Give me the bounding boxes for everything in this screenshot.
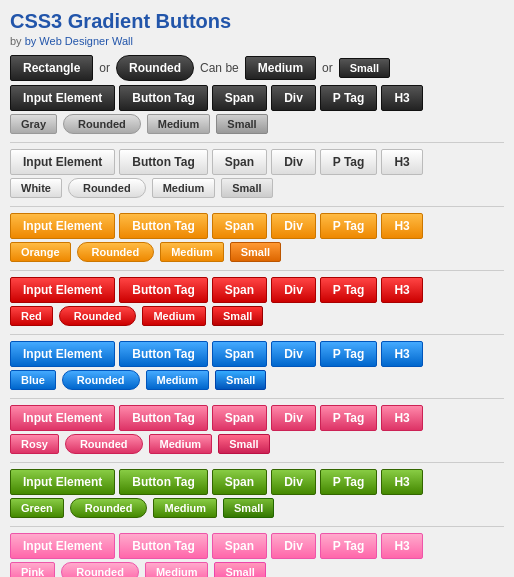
section-rosy: Input Element Button Tag Span Div P Tag … [10, 405, 504, 454]
white-button-tag[interactable]: Button Tag [119, 149, 207, 175]
rosy-medium-button[interactable]: Medium [149, 434, 213, 454]
black-h3[interactable]: H3 [381, 85, 422, 111]
rosy-h3[interactable]: H3 [381, 405, 422, 431]
white-label-button[interactable]: White [10, 178, 62, 198]
orange-span[interactable]: Span [212, 213, 267, 239]
rosy-button-tag[interactable]: Button Tag [119, 405, 207, 431]
pink-span[interactable]: Span [212, 533, 267, 559]
rosy-small-button[interactable]: Small [218, 434, 269, 454]
divider-5 [10, 398, 504, 399]
red-h3[interactable]: H3 [381, 277, 422, 303]
black-p-tag[interactable]: P Tag [320, 85, 378, 111]
red-rounded-button[interactable]: Rounded [59, 306, 137, 326]
rosy-label-button[interactable]: Rosy [10, 434, 59, 454]
orange-medium-button[interactable]: Medium [160, 242, 224, 262]
black-span[interactable]: Span [212, 85, 267, 111]
white-rounded-button[interactable]: Rounded [68, 178, 146, 198]
rosy-buttons-row: Input Element Button Tag Span Div P Tag … [10, 405, 504, 431]
orange-small-button[interactable]: Small [230, 242, 281, 262]
rosy-div[interactable]: Div [271, 405, 316, 431]
green-rounded-button[interactable]: Rounded [70, 498, 148, 518]
pink-small-button[interactable]: Small [214, 562, 265, 577]
orange-input-element[interactable]: Input Element [10, 213, 115, 239]
green-div[interactable]: Div [271, 469, 316, 495]
rosy-p-tag[interactable]: P Tag [320, 405, 378, 431]
blue-label-button[interactable]: Blue [10, 370, 56, 390]
blue-small-button[interactable]: Small [215, 370, 266, 390]
rounded-button-top[interactable]: Rounded [116, 55, 194, 81]
gray-medium-button[interactable]: Medium [147, 114, 211, 134]
green-buttons-row: Input Element Button Tag Span Div P Tag … [10, 469, 504, 495]
rosy-rounded-button[interactable]: Rounded [65, 434, 143, 454]
rosy-input-element[interactable]: Input Element [10, 405, 115, 431]
red-label-button[interactable]: Red [10, 306, 53, 326]
gray-rounded-button[interactable]: Rounded [63, 114, 141, 134]
black-button-tag[interactable]: Button Tag [119, 85, 207, 111]
small-button-top[interactable]: Small [339, 58, 390, 78]
green-small-button[interactable]: Small [223, 498, 274, 518]
red-label-row: Red Rounded Medium Small [10, 306, 504, 326]
orange-buttons-row: Input Element Button Tag Span Div P Tag … [10, 213, 504, 239]
blue-input-element[interactable]: Input Element [10, 341, 115, 367]
pink-input-element[interactable]: Input Element [10, 533, 115, 559]
orange-button-tag[interactable]: Button Tag [119, 213, 207, 239]
red-p-tag[interactable]: P Tag [320, 277, 378, 303]
gray-small-button[interactable]: Small [216, 114, 267, 134]
blue-div[interactable]: Div [271, 341, 316, 367]
blue-button-tag[interactable]: Button Tag [119, 341, 207, 367]
red-div[interactable]: Div [271, 277, 316, 303]
red-span[interactable]: Span [212, 277, 267, 303]
green-input-element[interactable]: Input Element [10, 469, 115, 495]
pink-medium-button[interactable]: Medium [145, 562, 209, 577]
blue-medium-button[interactable]: Medium [146, 370, 210, 390]
pink-rounded-button[interactable]: Rounded [61, 562, 139, 577]
green-p-tag[interactable]: P Tag [320, 469, 378, 495]
white-small-button[interactable]: Small [221, 178, 272, 198]
blue-h3[interactable]: H3 [381, 341, 422, 367]
red-buttons-row: Input Element Button Tag Span Div P Tag … [10, 277, 504, 303]
orange-h3[interactable]: H3 [381, 213, 422, 239]
red-button-tag[interactable]: Button Tag [119, 277, 207, 303]
green-h3[interactable]: H3 [381, 469, 422, 495]
gray-label-button[interactable]: Gray [10, 114, 57, 134]
red-input-element[interactable]: Input Element [10, 277, 115, 303]
black-input-element[interactable]: Input Element [10, 85, 115, 111]
pink-button-tag[interactable]: Button Tag [119, 533, 207, 559]
pink-h3[interactable]: H3 [381, 533, 422, 559]
pink-p-tag[interactable]: P Tag [320, 533, 378, 559]
blue-rounded-button[interactable]: Rounded [62, 370, 140, 390]
white-input-element[interactable]: Input Element [10, 149, 115, 175]
green-label-button[interactable]: Green [10, 498, 64, 518]
pink-label-button[interactable]: Pink [10, 562, 55, 577]
white-h3[interactable]: H3 [381, 149, 422, 175]
green-medium-button[interactable]: Medium [153, 498, 217, 518]
medium-button-top[interactable]: Medium [245, 56, 316, 80]
blue-span[interactable]: Span [212, 341, 267, 367]
black-buttons-row: Input Element Button Tag Span Div P Tag … [10, 85, 504, 111]
section-green: Input Element Button Tag Span Div P Tag … [10, 469, 504, 518]
orange-label-row: Orange Rounded Medium Small [10, 242, 504, 262]
orange-p-tag[interactable]: P Tag [320, 213, 378, 239]
rosy-span[interactable]: Span [212, 405, 267, 431]
section-white: Input Element Button Tag Span Div P Tag … [10, 149, 504, 198]
green-span[interactable]: Span [212, 469, 267, 495]
orange-div[interactable]: Div [271, 213, 316, 239]
black-div[interactable]: Div [271, 85, 316, 111]
white-p-tag[interactable]: P Tag [320, 149, 378, 175]
pink-div[interactable]: Div [271, 533, 316, 559]
red-small-button[interactable]: Small [212, 306, 263, 326]
orange-label-button[interactable]: Orange [10, 242, 71, 262]
blue-p-tag[interactable]: P Tag [320, 341, 378, 367]
white-div[interactable]: Div [271, 149, 316, 175]
red-medium-button[interactable]: Medium [142, 306, 206, 326]
page-subtitle: by by Web Designer Wall [10, 35, 504, 47]
green-label-row: Green Rounded Medium Small [10, 498, 504, 518]
rectangle-button[interactable]: Rectangle [10, 55, 93, 81]
rosy-label-row: Rosy Rounded Medium Small [10, 434, 504, 454]
white-span[interactable]: Span [212, 149, 267, 175]
orange-rounded-button[interactable]: Rounded [77, 242, 155, 262]
subtitle-link[interactable]: by Web Designer Wall [25, 35, 133, 47]
white-medium-button[interactable]: Medium [152, 178, 216, 198]
green-button-tag[interactable]: Button Tag [119, 469, 207, 495]
white-label-row: White Rounded Medium Small [10, 178, 504, 198]
